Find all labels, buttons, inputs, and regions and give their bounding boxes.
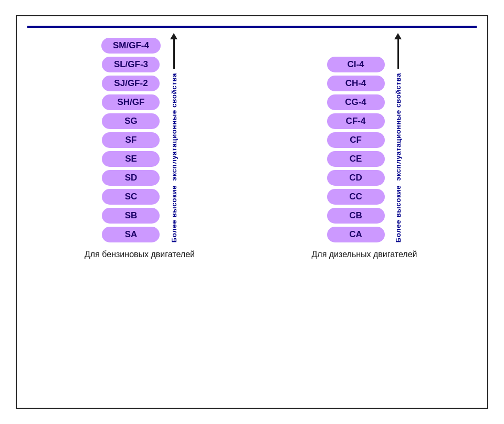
gasoline-arrow-text: Более высокие эксплуатационные свойства (170, 73, 178, 242)
gasoline-arrow-container: Более высокие эксплуатационные свойства (170, 37, 178, 242)
gasoline-pill: SE (102, 151, 160, 167)
top-line (27, 26, 477, 28)
gasoline-column: SM/GF-4SL/GF-3SJ/GF-2SH/GFSGSFSESDSCSBSA… (38, 37, 240, 259)
diesel-pill: CH-4 (327, 76, 385, 91)
diesel-pill: CC (327, 189, 385, 205)
gasoline-pill: SJ/GF-2 (102, 76, 160, 91)
diesel-arrow-text: Более высокие эксплуатационные свойства (394, 73, 402, 242)
diesel-pill: CB (327, 208, 385, 224)
diesel-pill: CF (327, 132, 385, 148)
diesel-arrow-line (397, 37, 399, 69)
diesel-pill: CE (327, 151, 385, 167)
gasoline-column-inner: SM/GF-4SL/GF-3SJ/GF-2SH/GFSGSFSESDSCSBSA… (101, 37, 178, 242)
diesel-pill: CF-4 (327, 113, 385, 129)
outer-container: SM/GF-4SL/GF-3SJ/GF-2SH/GFSGSFSESDSCSBSA… (16, 15, 488, 409)
gasoline-pills-list: SM/GF-4SL/GF-3SJ/GF-2SH/GFSGSFSESDSCSBSA (101, 38, 161, 242)
diesel-pill: CD (327, 170, 385, 186)
gasoline-pill: SC (102, 189, 160, 205)
gasoline-pill: SF (102, 132, 160, 148)
gasoline-pill: SB (102, 208, 160, 224)
gasoline-pill: SA (102, 227, 160, 242)
diesel-pill: CG-4 (327, 94, 385, 110)
columns-row: SM/GF-4SL/GF-3SJ/GF-2SH/GFSGSFSESDSCSBSA… (27, 37, 477, 397)
diesel-column-inner: CI-4CH-4CG-4CF-4CFCECDCCCBCA Более высок… (327, 37, 402, 242)
diesel-pill: CA (327, 227, 385, 242)
gasoline-pill: SD (102, 170, 160, 186)
gasoline-pill: SM/GF-4 (101, 38, 161, 54)
diesel-pills-list: CI-4CH-4CG-4CF-4CFCECDCCCBCA (327, 57, 385, 242)
gasoline-pill: SL/GF-3 (102, 57, 160, 72)
diesel-arrow-container: Более высокие эксплуатационные свойства (394, 37, 402, 242)
diesel-label: Для дизельных двигателей (311, 250, 417, 259)
gasoline-pill: SG (102, 113, 160, 129)
gasoline-label: Для бензиновых двигателей (85, 250, 195, 259)
diesel-pill: CI-4 (327, 57, 385, 72)
diesel-bold-text: Более высокие (394, 185, 402, 242)
gasoline-bold-text: Более высокие (170, 185, 178, 242)
gasoline-arrow-line (173, 37, 175, 69)
diesel-column: CI-4CH-4CG-4CF-4CFCECDCCCBCA Более высок… (263, 37, 465, 259)
gasoline-pill: SH/GF (102, 94, 160, 110)
